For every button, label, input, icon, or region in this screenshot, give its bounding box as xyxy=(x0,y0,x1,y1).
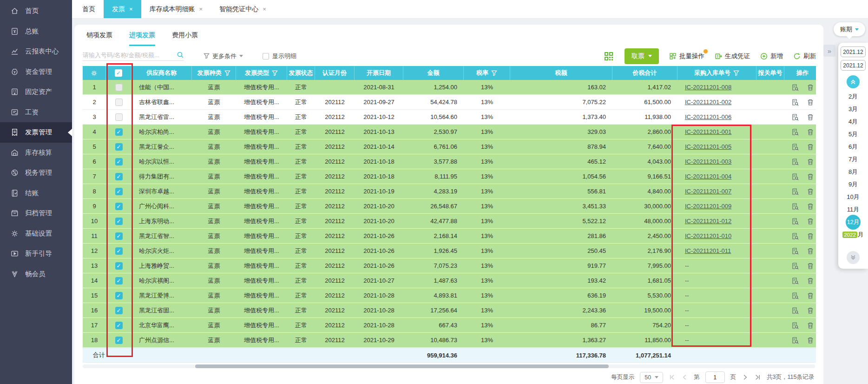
table-row[interactable]: 1 佳能（中国... 蓝票 增值税专用... 正常 2021-08-31 xyxy=(83,80,816,95)
table-row[interactable]: 18 广州点源信... 蓝票 增值税专用... 正常 202112 2021-1… xyxy=(83,333,816,348)
refresh-button[interactable]: 刷新 xyxy=(793,52,816,60)
sidebar-item[interactable]: 基础设置 xyxy=(0,224,72,244)
purchase-order-link[interactable]: IC-20211201-010 xyxy=(685,232,731,239)
month-item[interactable]: 4月 xyxy=(838,115,868,128)
trash-icon[interactable] xyxy=(807,247,814,255)
table-row[interactable]: 16 黑龙江省固... 蓝票 增值税专用... 正常 202112 2021-1… xyxy=(83,303,816,318)
period-end-input[interactable] xyxy=(841,60,866,71)
trash-icon[interactable] xyxy=(807,173,814,180)
column-settings-cell[interactable] xyxy=(83,66,106,80)
sidebar-item[interactable]: 工资 xyxy=(0,102,72,123)
sidebar-item[interactable]: 资金管理 xyxy=(0,62,72,82)
row-checkbox[interactable] xyxy=(115,218,123,225)
table-row[interactable]: 14 哈尔滨祺阁... 蓝票 增值税专用... 正常 202112 2021-1… xyxy=(83,273,816,288)
funnel-icon[interactable] xyxy=(272,70,278,76)
purchase-order-link[interactable]: IC-20211201-007 xyxy=(685,188,731,195)
page-number-input[interactable] xyxy=(705,371,725,383)
add-button[interactable]: 新增 xyxy=(760,52,783,60)
collapse-panel-button[interactable]: » xyxy=(823,45,835,57)
purchase-order-link[interactable]: IC-20211201-001 xyxy=(685,128,731,135)
horizontal-scrollbar[interactable] xyxy=(83,364,815,368)
sidebar-item[interactable]: 结账 xyxy=(0,183,72,204)
sidebar-item[interactable]: 库存核算 xyxy=(0,143,72,163)
close-icon[interactable]: × xyxy=(129,6,133,13)
row-checkbox[interactable] xyxy=(115,262,123,270)
col-invoice-kind[interactable]: 发票种类 xyxy=(192,66,236,80)
sidebar-item[interactable]: 新手引导 xyxy=(0,244,72,264)
col-amount[interactable]: 金额 xyxy=(403,66,464,80)
sidebar-item[interactable]: 固定资产 xyxy=(0,82,72,102)
purchase-order-link[interactable]: IC-20211201-003 xyxy=(685,158,731,165)
trash-icon[interactable] xyxy=(807,203,814,210)
trash-icon[interactable] xyxy=(807,322,814,329)
table-row[interactable]: 15 黑龙江爱博... 蓝票 增值税专用... 正常 202112 2021-1… xyxy=(83,288,816,303)
search-input[interactable] xyxy=(83,52,177,59)
view-doc-icon[interactable] xyxy=(791,99,799,106)
row-checkbox[interactable] xyxy=(115,158,123,166)
window-tab[interactable]: 库存成本明细账 × xyxy=(141,0,211,18)
view-doc-icon[interactable] xyxy=(791,292,799,299)
row-checkbox[interactable] xyxy=(115,203,123,210)
view-doc-icon[interactable] xyxy=(791,203,799,210)
view-doc-icon[interactable] xyxy=(791,128,799,136)
view-doc-icon[interactable] xyxy=(791,322,799,329)
row-checkbox[interactable] xyxy=(115,307,123,314)
purchase-order-link[interactable]: IC-20211201-012 xyxy=(685,218,731,225)
sidebar-item[interactable]: 畅会员 xyxy=(0,264,72,285)
table-row[interactable]: 4 哈尔滨柏尚... 蓝票 增值税专用... 正常 202112 2021-10… xyxy=(83,125,816,139)
row-checkbox[interactable] xyxy=(115,188,123,195)
table-row[interactable]: 8 深圳市卓越... 蓝票 增值税专用... 正常 202112 2021-10… xyxy=(83,184,816,199)
chevron-double-up-icon[interactable] xyxy=(847,75,860,88)
close-icon[interactable]: × xyxy=(199,6,203,13)
purchase-order-link[interactable]: IC-20211201-008 xyxy=(685,84,731,91)
trash-icon[interactable] xyxy=(807,292,814,299)
row-checkbox[interactable] xyxy=(115,99,123,106)
month-item[interactable]: 6月 xyxy=(838,140,868,153)
row-checkbox[interactable] xyxy=(115,322,123,329)
row-checkbox[interactable] xyxy=(115,113,123,121)
prev-page-button[interactable] xyxy=(681,374,688,381)
purchase-order-link[interactable]: IC-20211201-005 xyxy=(685,143,731,150)
purchase-order-link[interactable]: IC-20211201-006 xyxy=(685,113,731,120)
get-invoice-button[interactable]: 取票 xyxy=(625,48,659,64)
view-doc-icon[interactable] xyxy=(791,84,799,91)
show-detail-checkbox[interactable] xyxy=(263,53,269,60)
view-doc-icon[interactable] xyxy=(791,173,799,180)
sidebar-item[interactable]: 发票管理 xyxy=(0,122,72,143)
trash-icon[interactable] xyxy=(807,232,814,240)
trash-icon[interactable] xyxy=(807,158,814,166)
sidebar-item[interactable]: 云报表中心 xyxy=(0,41,72,62)
month-item[interactable]: 8月 xyxy=(838,166,868,178)
purchase-order-link[interactable]: -- xyxy=(685,322,689,329)
col-cert-month[interactable]: 认证月份 xyxy=(315,66,355,80)
table-row[interactable]: 9 广州心阅科... 蓝票 增值税专用... 正常 202112 2021-10… xyxy=(83,199,816,214)
trash-icon[interactable] xyxy=(807,337,814,344)
row-checkbox[interactable] xyxy=(115,292,123,299)
view-doc-icon[interactable] xyxy=(791,232,799,240)
view-doc-icon[interactable] xyxy=(791,262,799,270)
trash-icon[interactable] xyxy=(807,113,814,121)
col-purchase-order[interactable]: 采购入库单号 xyxy=(677,66,756,80)
view-doc-icon[interactable] xyxy=(791,218,799,225)
month-item[interactable]: 3月 xyxy=(838,103,868,115)
purchase-order-link[interactable]: -- xyxy=(685,262,689,269)
batch-operation-button[interactable]: 批量操作 xyxy=(669,52,704,60)
chevron-double-down-icon[interactable] xyxy=(847,251,860,264)
view-doc-icon[interactable] xyxy=(791,143,799,151)
trash-icon[interactable] xyxy=(807,218,814,225)
month-item[interactable]: 5月 xyxy=(838,128,868,140)
month-item[interactable]: 10月 xyxy=(838,191,868,203)
purchase-order-link[interactable]: IC-20211201-011 xyxy=(685,247,731,254)
month-item[interactable]: 11月 xyxy=(838,203,868,216)
col-tax-rate[interactable]: 税率 xyxy=(464,66,510,80)
purchase-order-link[interactable]: -- xyxy=(685,277,689,284)
sidebar-item[interactable]: 首页 xyxy=(0,1,72,21)
table-row[interactable]: 2 吉林省联鑫... 蓝票 增值税专用... 正常 202112 2021-09… xyxy=(83,95,816,110)
col-invoice-date[interactable]: 开票日期 xyxy=(355,66,403,80)
trash-icon[interactable] xyxy=(807,128,814,136)
subtab[interactable]: 销项发票 xyxy=(86,31,112,46)
row-checkbox[interactable] xyxy=(115,337,123,344)
trash-icon[interactable] xyxy=(807,99,814,106)
table-row[interactable]: 13 上海雅峥贸... 蓝票 增值税专用... 正常 202112 2021-1… xyxy=(83,258,816,273)
month-item[interactable]: 2022 月 xyxy=(838,228,868,241)
